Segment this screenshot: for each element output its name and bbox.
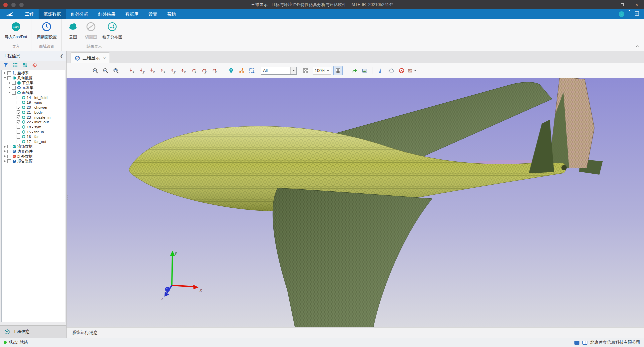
- menu-item-ir-analysis[interactable]: 红外分析: [66, 9, 93, 19]
- mirror-button[interactable]: [376, 66, 386, 75]
- tree-item-17-far_out[interactable]: 17 - far_out: [2, 139, 65, 144]
- filter-button[interactable]: [3, 62, 9, 68]
- tree-item-23-nozzle_in[interactable]: 23 - nozzle_in: [2, 115, 65, 120]
- menu-item-ir-results[interactable]: 红外结果: [93, 9, 121, 19]
- visibility-checkbox[interactable]: [17, 140, 20, 143]
- clip-section-button[interactable]: [407, 66, 417, 75]
- menu-item-flow-data[interactable]: 流场数据: [39, 9, 66, 19]
- tree-item-15-far_in[interactable]: 15 - far_in: [2, 129, 65, 134]
- zoom-out-button[interactable]: [101, 66, 110, 75]
- probe-point-button[interactable]: [226, 66, 236, 75]
- visibility-checkbox[interactable]: [12, 86, 16, 90]
- export-view-button[interactable]: [350, 66, 359, 75]
- visibility-checkbox[interactable]: [7, 150, 11, 153]
- view-z-up-button[interactable]: z: [179, 66, 188, 75]
- clear-red-button[interactable]: [397, 66, 406, 75]
- expander-icon[interactable]: [8, 91, 11, 95]
- locate-button[interactable]: [32, 62, 38, 68]
- tree-item-18-sym[interactable]: 18 - sym: [2, 125, 65, 130]
- splitter-handle[interactable]: [67, 193, 69, 203]
- expander-icon[interactable]: [8, 86, 11, 90]
- visibility-checkbox[interactable]: [7, 155, 11, 158]
- tree-item-flow-field-data[interactable]: 流场数据: [2, 144, 65, 149]
- tab-3d-display[interactable]: 三维显示 ×: [71, 52, 110, 63]
- menu-item-project[interactable]: 工程: [20, 9, 39, 19]
- zoom-in-button[interactable]: [91, 66, 100, 75]
- list-view-button[interactable]: [13, 62, 18, 68]
- menu-item-database[interactable]: 数据库: [121, 9, 144, 19]
- node-display-button[interactable]: [237, 66, 246, 75]
- layout-toggle-icon-1[interactable]: [574, 341, 579, 345]
- viewport-3d[interactable]: y x z: [67, 78, 644, 327]
- menubar-account-button[interactable]: ◔: [619, 11, 624, 17]
- snapshot-button[interactable]: [360, 66, 369, 75]
- box-select-button[interactable]: [247, 66, 256, 75]
- expander-icon[interactable]: [3, 155, 7, 158]
- visibility-checkbox[interactable]: [12, 91, 16, 95]
- grid-toggle-button[interactable]: [333, 66, 343, 75]
- view-x-up-button[interactable]: x: [159, 66, 168, 75]
- tree-item-20-chuiwei[interactable]: 20 - chuiwei: [2, 105, 65, 110]
- maximize-button[interactable]: [615, 0, 629, 9]
- visibility-checkbox[interactable]: [7, 159, 11, 163]
- visibility-checkbox[interactable]: [17, 120, 20, 124]
- project-panel-bottom-tab[interactable]: 工程信息: [0, 325, 66, 338]
- ribbon-button-import-cas-dat[interactable]: cas导入Cas/Dat: [3, 21, 29, 40]
- visibility-checkbox[interactable]: [17, 125, 20, 129]
- tree-item-boundary-conditions[interactable]: 边界条件: [2, 149, 65, 154]
- visibility-checkbox[interactable]: [17, 135, 20, 139]
- tree-item-geometry-data[interactable]: 几何数据: [2, 76, 65, 81]
- tree-item-16-far[interactable]: 16 - far: [2, 134, 65, 139]
- menu-item-settings[interactable]: 设置: [144, 9, 162, 19]
- visibility-checkbox[interactable]: [7, 145, 11, 148]
- visibility-checkbox[interactable]: [17, 106, 20, 109]
- visibility-checkbox[interactable]: [17, 115, 20, 119]
- visibility-checkbox[interactable]: [17, 96, 20, 99]
- expander-icon[interactable]: [3, 145, 7, 148]
- visibility-checkbox[interactable]: [17, 101, 20, 104]
- visibility-checkbox[interactable]: [7, 76, 11, 80]
- opacity-button[interactable]: [301, 66, 310, 75]
- visibility-checkbox[interactable]: [12, 81, 16, 85]
- visibility-checkbox[interactable]: [7, 71, 11, 75]
- ribbon-button-periodic-face[interactable]: 周期面设置: [35, 21, 59, 40]
- view-x-rot-button[interactable]: x: [189, 66, 199, 75]
- tree-item-19-wing[interactable]: 19 - wing: [2, 100, 65, 105]
- minimize-button[interactable]: —: [600, 0, 615, 9]
- tree-item-21-body[interactable]: 21 - body: [2, 110, 65, 115]
- view-y-rot-button[interactable]: y: [200, 66, 209, 75]
- view-x-down-button[interactable]: x: [128, 66, 137, 75]
- expander-icon[interactable]: [3, 71, 7, 75]
- visibility-checkbox[interactable]: [17, 130, 20, 134]
- zoom-fit-button[interactable]: [111, 66, 121, 75]
- visibility-checkbox[interactable]: [17, 110, 20, 114]
- tree-item-14-int_fluid[interactable]: 14 - int_fluid: [2, 95, 65, 100]
- layout-toggle-icon-2[interactable]: [582, 341, 587, 345]
- smooth-region-button[interactable]: [387, 66, 396, 75]
- tree-item-coord-system[interactable]: 坐标系: [2, 71, 65, 76]
- display-filter-combo[interactable]: All: [261, 67, 297, 75]
- titlebar-circle-button-1[interactable]: [11, 3, 16, 7]
- titlebar-circle-button-2[interactable]: [19, 3, 24, 7]
- tree-item-infrared-data[interactable]: 红外数据: [2, 154, 65, 159]
- tree-item-element-set[interactable]: 元素集: [2, 85, 65, 90]
- expander-icon[interactable]: [3, 76, 7, 80]
- view-y-down-button[interactable]: y: [138, 66, 147, 75]
- ribbon-button-particle-map[interactable]: 粒子分布图: [100, 21, 124, 40]
- menubar-dropdown-button[interactable]: [628, 11, 630, 17]
- grid-view-button[interactable]: [22, 62, 28, 68]
- ribbon-collapse-button[interactable]: [635, 44, 640, 49]
- view-z-rot-button[interactable]: z: [210, 66, 219, 75]
- ribbon-button-cloud-map[interactable]: 云图: [64, 21, 82, 40]
- zoom-level-combo[interactable]: 100%: [313, 67, 331, 75]
- expander-icon[interactable]: [3, 159, 7, 163]
- view-y-up-button[interactable]: y: [169, 66, 178, 75]
- menubar-layout-button[interactable]: [634, 11, 639, 17]
- menu-item-help[interactable]: 帮助: [162, 9, 181, 19]
- record-circle-button[interactable]: [3, 3, 8, 7]
- panel-collapse-button[interactable]: ❮: [60, 54, 63, 58]
- tab-close-icon[interactable]: ×: [103, 56, 106, 61]
- close-button[interactable]: ×: [629, 0, 644, 9]
- combo-dropdown-button[interactable]: [290, 67, 296, 74]
- tree-item-face-set[interactable]: 面线集: [2, 90, 65, 95]
